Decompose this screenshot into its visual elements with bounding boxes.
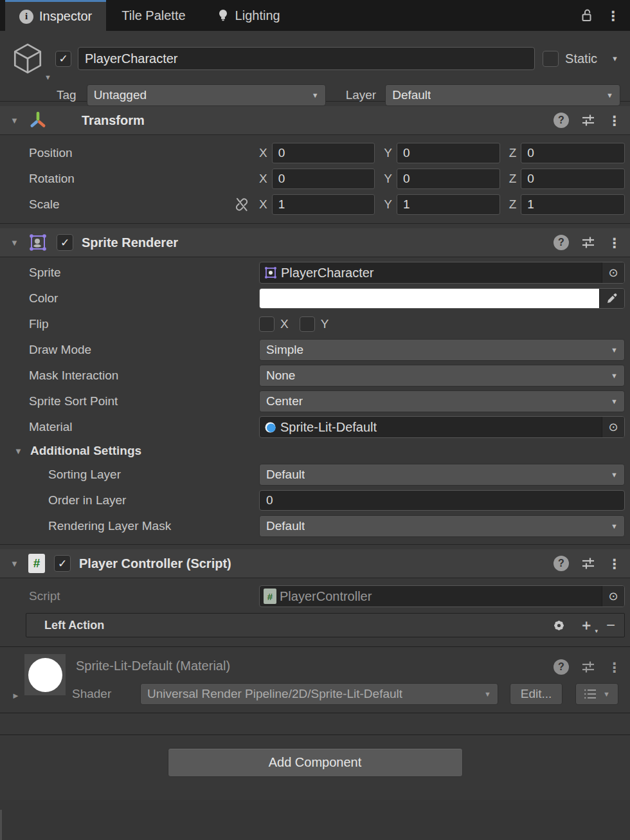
sprite-sort-point-dropdown[interactable]: Center ▼ bbox=[259, 390, 625, 412]
material-object-field[interactable]: Sprite-Lit-Default ⊙ bbox=[259, 416, 625, 438]
flip-label: Flip bbox=[29, 317, 259, 331]
rotation-y-field[interactable]: 0 bbox=[397, 169, 500, 189]
tab-tile-palette[interactable]: Tile Palette bbox=[106, 0, 201, 31]
foldout-arrow-icon[interactable]: ▼ bbox=[10, 116, 21, 125]
chevron-down-icon[interactable]: ▼ bbox=[44, 73, 51, 81]
row-rotation: Rotation X0 Y0 Z0 bbox=[0, 166, 630, 192]
gameobject-header: ▼ ✓ PlayerCharacter Static ▼ Tag Untagge… bbox=[0, 31, 630, 101]
help-icon[interactable]: ? bbox=[554, 556, 569, 571]
axis-x-label[interactable]: X bbox=[259, 197, 267, 212]
list-icon bbox=[584, 688, 597, 700]
axis-z-label[interactable]: Z bbox=[509, 146, 517, 160]
order-in-layer-field[interactable]: 0 bbox=[259, 490, 625, 511]
eyedropper-icon[interactable] bbox=[599, 289, 624, 308]
help-icon[interactable]: ? bbox=[554, 235, 569, 250]
position-x-field[interactable]: 0 bbox=[272, 143, 375, 163]
sorting-layer-dropdown[interactable]: Default ▼ bbox=[259, 464, 625, 486]
mask-interaction-dropdown[interactable]: None ▼ bbox=[259, 365, 625, 387]
sprite-renderer-header[interactable]: ▼ ✓ Sprite Renderer ? ⋮ bbox=[0, 228, 630, 257]
foldout-collapsed-icon[interactable]: ► bbox=[12, 691, 20, 700]
dropdown-arrow-icon: ▼ bbox=[606, 346, 618, 354]
tag-dropdown[interactable]: Untagged ▼ bbox=[87, 84, 326, 106]
add-component-button[interactable]: Add Component bbox=[168, 748, 463, 777]
color-swatch[interactable] bbox=[260, 289, 599, 308]
check-icon: ✓ bbox=[58, 558, 67, 569]
sprite-renderer-icon bbox=[28, 233, 48, 252]
static-dropdown-arrow[interactable]: ▼ bbox=[611, 55, 618, 62]
object-picker-icon[interactable]: ⊙ bbox=[602, 586, 624, 607]
presets-icon[interactable] bbox=[580, 112, 597, 129]
kebab-menu-icon[interactable]: ⋮ bbox=[608, 236, 621, 250]
row-position: Position X0 Y0 Z0 bbox=[0, 140, 630, 166]
axis-x-label[interactable]: X bbox=[259, 146, 267, 160]
flip-x-checkbox[interactable] bbox=[259, 316, 274, 332]
foldout-arrow-icon[interactable]: ▼ bbox=[10, 238, 21, 248]
axis-y-label[interactable]: Y bbox=[384, 197, 392, 212]
help-icon[interactable]: ? bbox=[554, 659, 569, 675]
draw-mode-dropdown[interactable]: Simple ▼ bbox=[259, 339, 625, 361]
add-binding-icon[interactable]: ＋ ▾ bbox=[579, 618, 593, 632]
active-checkbox[interactable]: ✓ bbox=[55, 51, 71, 67]
csharp-glyph: # bbox=[267, 591, 273, 602]
kebab-menu-icon[interactable]: ⋮ bbox=[608, 557, 621, 571]
static-checkbox[interactable] bbox=[543, 51, 559, 67]
presets-icon[interactable] bbox=[580, 234, 597, 251]
position-y-field[interactable]: 0 bbox=[397, 143, 500, 163]
rotation-x-field[interactable]: 0 bbox=[272, 169, 375, 189]
tab-label: Tile Palette bbox=[122, 8, 185, 23]
tab-lighting[interactable]: Lighting bbox=[201, 0, 296, 31]
sprite-renderer-body: Sprite PlayerCharacter ⊙ Color bbox=[0, 257, 630, 544]
rotation-z-field[interactable]: 0 bbox=[521, 169, 625, 189]
tab-inspector[interactable]: i Inspector bbox=[5, 0, 106, 31]
sprite-object-field[interactable]: PlayerCharacter ⊙ bbox=[259, 262, 625, 284]
foldout-arrow-icon[interactable]: ▼ bbox=[10, 559, 21, 569]
player-controller-header[interactable]: ▼ # ✓ Player Controller (Script) ? ⋮ bbox=[0, 549, 630, 578]
kebab-menu-icon[interactable]: ⋮ bbox=[608, 661, 621, 674]
presets-icon[interactable] bbox=[580, 659, 597, 675]
name-input[interactable]: PlayerCharacter bbox=[78, 47, 535, 70]
add-component-area: Add Component bbox=[0, 748, 630, 777]
script-object-field[interactable]: # PlayerController ⊙ bbox=[259, 585, 625, 607]
material-properties-button[interactable]: ▼ bbox=[575, 683, 618, 705]
rendering-layer-mask-dropdown[interactable]: Default ▼ bbox=[259, 515, 625, 537]
help-icon[interactable]: ? bbox=[554, 113, 569, 128]
edit-shader-button[interactable]: Edit... bbox=[510, 683, 562, 705]
kebab-menu-icon[interactable]: ⋮ bbox=[606, 9, 620, 23]
object-picker-icon[interactable]: ⊙ bbox=[602, 262, 624, 283]
material-sphere-icon bbox=[264, 421, 277, 434]
component-enabled-checkbox[interactable]: ✓ bbox=[57, 234, 73, 251]
foldout-arrow-icon[interactable]: ▼ bbox=[14, 446, 24, 456]
link-broken-icon[interactable] bbox=[233, 196, 259, 213]
panel-edge-strip bbox=[0, 810, 2, 840]
kebab-menu-icon[interactable]: ⋮ bbox=[608, 114, 621, 127]
presets-icon[interactable] bbox=[580, 555, 597, 572]
lock-open-icon[interactable] bbox=[579, 8, 595, 23]
remove-binding-icon[interactable]: − bbox=[606, 617, 615, 633]
tag-value: Untagged bbox=[94, 88, 147, 102]
scale-y-field[interactable]: 1 bbox=[397, 194, 500, 215]
gear-icon[interactable] bbox=[552, 618, 566, 633]
gameobject-icon[interactable]: ▼ bbox=[10, 41, 55, 76]
component-enabled-checkbox[interactable]: ✓ bbox=[54, 555, 71, 572]
draw-mode-label: Draw Mode bbox=[29, 343, 259, 357]
layer-dropdown[interactable]: Default ▼ bbox=[385, 84, 620, 106]
scale-z-field[interactable]: 1 bbox=[521, 194, 625, 215]
axis-z-label[interactable]: Z bbox=[509, 172, 517, 186]
flip-y-checkbox[interactable] bbox=[300, 316, 315, 332]
axis-y-label[interactable]: Y bbox=[384, 146, 392, 160]
scale-x-field[interactable]: 1 bbox=[272, 194, 375, 215]
bottom-panel-shade bbox=[0, 800, 630, 840]
axis-z-label[interactable]: Z bbox=[509, 197, 517, 212]
object-picker-icon[interactable]: ⊙ bbox=[602, 417, 624, 437]
script-value: PlayerController bbox=[280, 589, 602, 604]
axis-x-label[interactable]: X bbox=[259, 172, 267, 186]
additional-settings-foldout[interactable]: ▼ Additional Settings bbox=[0, 440, 630, 462]
axis-y-label[interactable]: Y bbox=[384, 172, 392, 186]
component-title: Transform bbox=[82, 113, 145, 128]
shader-dropdown[interactable]: Universal Render Pipeline/2D/Sprite-Lit-… bbox=[140, 683, 498, 705]
transform-header[interactable]: ▼ Transform ? ⋮ bbox=[0, 106, 630, 135]
rendering-layer-mask-label: Rendering Layer Mask bbox=[29, 519, 259, 533]
transform-icon bbox=[28, 111, 48, 130]
material-ball bbox=[28, 658, 62, 692]
position-z-field[interactable]: 0 bbox=[521, 143, 625, 163]
